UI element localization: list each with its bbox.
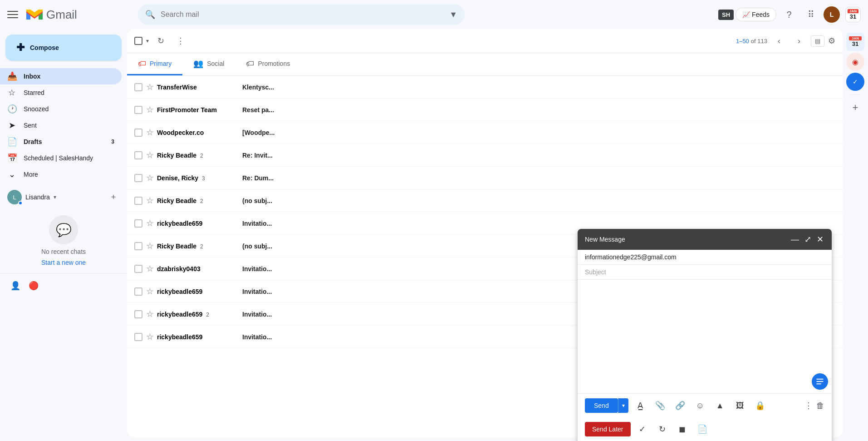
compose-minimize-button[interactable]: — — [790, 234, 800, 245]
compose-subject-field[interactable]: Subject — [578, 265, 832, 280]
compose-close-button[interactable]: ✕ — [816, 233, 824, 245]
tasks-sidebar-button[interactable]: ◉ — [846, 53, 864, 71]
new-chat-icon[interactable]: 👤 — [7, 277, 24, 294]
pagination-total: of 113 — [751, 38, 767, 45]
compose-header[interactable]: New Message — ⤢ ✕ — [578, 229, 832, 250]
delete-draft-button[interactable]: 🗑 — [816, 401, 824, 411]
refresh-button[interactable]: ↻ — [152, 33, 169, 49]
sidebar-item-scheduled[interactable]: 📅 Scheduled | SalesHandy — [0, 150, 122, 166]
account-status-badge — [18, 201, 23, 205]
compose-plus-icon: ✚ — [16, 42, 25, 54]
feeds-button[interactable]: 📈 Feeds — [736, 8, 776, 21]
saleshandy-icon[interactable] — [812, 373, 828, 390]
row-star[interactable]: ☆ — [146, 128, 153, 138]
row-checkbox[interactable] — [134, 83, 142, 91]
format-text-button[interactable]: A̲ — [632, 397, 648, 414]
send-later-button[interactable]: Send Later — [585, 422, 631, 436]
insert-emoji-button[interactable]: ☺ — [692, 397, 708, 414]
row-checkbox[interactable] — [134, 333, 142, 341]
footer-more-button[interactable]: ⋮ — [804, 401, 813, 411]
pagination-next-button[interactable]: › — [791, 33, 807, 49]
calendar-sidebar-button[interactable]: JAN 31 — [846, 33, 864, 51]
row-star[interactable]: ☆ — [146, 309, 153, 319]
sidebar-item-sent[interactable]: ➤ Sent — [0, 117, 122, 134]
more-options-icon[interactable]: 🔒 — [752, 397, 768, 414]
attach-file-button[interactable]: 📎 — [652, 397, 668, 414]
row-checkbox[interactable] — [134, 129, 142, 137]
row-star[interactable]: ☆ — [146, 287, 153, 297]
row-star[interactable]: ☆ — [146, 241, 153, 251]
sidebar-item-snoozed[interactable]: 🕐 Snoozed — [0, 101, 122, 117]
email-row[interactable]: ☆ TransferWise Klentysc... — [127, 76, 843, 99]
compose-button[interactable]: ✚ Compose — [5, 35, 122, 61]
sidebar-item-more[interactable]: ⌄ More — [0, 166, 122, 183]
density-button[interactable]: ▤ — [811, 35, 824, 47]
tab-primary[interactable]: 🏷 Primary — [127, 53, 182, 75]
tab-social[interactable]: 👥 Social — [182, 53, 235, 75]
row-checkbox[interactable] — [134, 265, 142, 273]
row-star[interactable]: ☆ — [146, 105, 153, 115]
row-checkbox[interactable] — [134, 174, 142, 182]
search-dropdown-icon[interactable]: ▼ — [449, 10, 457, 20]
document-icon[interactable]: 📄 — [694, 421, 711, 437]
row-star[interactable]: ☆ — [146, 332, 153, 342]
sidebar-item-starred[interactable]: ☆ Starred — [0, 84, 122, 101]
compose-expand-button[interactable]: ⤢ — [804, 233, 812, 245]
email-row[interactable]: ☆ Ricky Beadle 2 Re: Invit... — [127, 144, 843, 167]
row-sender: rickybeadle659 — [157, 220, 239, 227]
sidebar-item-drafts[interactable]: 📄 Drafts 3 — [0, 134, 122, 150]
apps-button[interactable]: ⠿ — [802, 5, 820, 24]
row-checkbox[interactable] — [134, 287, 142, 296]
row-star[interactable]: ☆ — [146, 218, 153, 228]
row-sender: Woodpecker.co — [157, 129, 239, 136]
email-row[interactable]: ☆ Ricky Beadle 2 (no subj... — [127, 189, 843, 212]
chat-start-new-link[interactable]: Start a new one — [41, 259, 86, 266]
google-drive-button[interactable]: ▲ — [712, 397, 728, 414]
row-checkbox[interactable] — [134, 106, 142, 114]
toolbar-more-button[interactable]: ⋮ — [172, 33, 189, 49]
row-checkbox[interactable] — [134, 219, 142, 228]
email-row[interactable]: ☆ Woodpecker.co [Woodpe... — [127, 121, 843, 144]
row-star[interactable]: ☆ — [146, 264, 153, 274]
sent-label: Sent — [24, 122, 37, 129]
meet-icon[interactable]: 🔴 — [25, 277, 42, 294]
row-checkbox[interactable] — [134, 151, 142, 159]
insert-link-button[interactable]: 🔗 — [672, 397, 688, 414]
row-star[interactable]: ☆ — [146, 150, 153, 160]
social-tab-icon: 👥 — [193, 59, 203, 69]
row-star[interactable]: ☆ — [146, 196, 153, 206]
compose-body[interactable] — [578, 280, 832, 393]
row-star[interactable]: ☆ — [146, 173, 153, 183]
send-dropdown-button[interactable]: ▾ — [618, 398, 628, 413]
compose-to-field[interactable]: informationedge225@gmail.com — [578, 250, 832, 265]
track-check-icon[interactable]: ✓ — [634, 421, 651, 437]
keep-sidebar-button[interactable]: ✓ — [846, 73, 864, 91]
settings-button[interactable]: ⚙ — [828, 36, 835, 46]
sidebar-item-inbox[interactable]: 📥 Inbox — [0, 68, 122, 84]
email-row[interactable]: ☆ FirstPromoter Team Reset pa... — [127, 99, 843, 121]
schedule-refresh-icon[interactable]: ↻ — [654, 421, 671, 437]
help-button[interactable]: ? — [780, 5, 798, 24]
send-button[interactable]: Send — [585, 398, 618, 413]
add-sidebar-button[interactable]: + — [846, 99, 864, 117]
row-checkbox[interactable] — [134, 197, 142, 205]
compose-subject-placeholder: Subject — [585, 268, 606, 276]
row-star[interactable]: ☆ — [146, 82, 153, 92]
hamburger-menu-button[interactable] — [7, 9, 18, 20]
insert-photo-button[interactable]: 🖼 — [732, 397, 748, 414]
account-row[interactable]: L Lisandra ▾ + — [0, 186, 127, 208]
tab-promotions[interactable]: 🏷 Promotions — [235, 53, 301, 75]
row-checkbox[interactable] — [134, 310, 142, 318]
select-dropdown-icon[interactable]: ▾ — [146, 38, 149, 44]
pagination-prev-button[interactable]: ‹ — [771, 33, 787, 49]
select-all-checkbox[interactable] — [134, 37, 142, 45]
add-account-button[interactable]: + — [107, 191, 120, 203]
layers-icon[interactable]: ◼ — [674, 421, 691, 437]
search-input[interactable] — [161, 10, 444, 19]
email-row[interactable]: ☆ Denise, Ricky 3 Re: Dum... — [127, 167, 843, 189]
account-avatar-button[interactable]: L — [824, 6, 840, 23]
calendar-widget[interactable]: JAN 31 — [845, 7, 861, 22]
feeds-label: Feeds — [752, 11, 770, 18]
row-checkbox[interactable] — [134, 242, 142, 250]
pagination: 1–50 of 113 — [736, 38, 767, 45]
